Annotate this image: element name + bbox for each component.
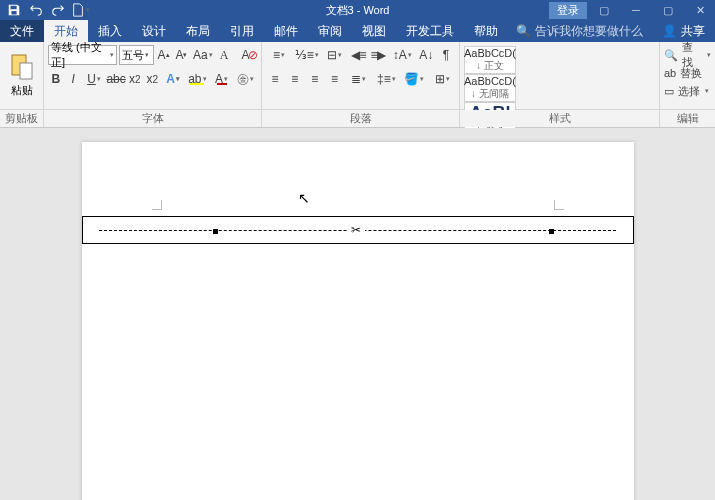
shrink-font-button[interactable]: A▾ <box>173 46 189 64</box>
document-name: 文档3 <box>326 3 354 18</box>
clear-format-button[interactable]: A⊘ <box>234 46 257 64</box>
tab-home[interactable]: 开始 <box>44 20 88 42</box>
strikethrough-button[interactable]: abc <box>107 70 125 88</box>
window-title: 文档3 - Word <box>326 3 390 18</box>
paste-button[interactable]: 粘贴 <box>10 53 34 98</box>
tab-layout[interactable]: 布局 <box>176 20 220 42</box>
document-area[interactable]: ↖ <box>0 128 715 500</box>
bullets-button[interactable]: ≡▾ <box>266 46 292 64</box>
distribute-button[interactable]: ≣▾ <box>346 70 372 88</box>
paste-label: 粘贴 <box>11 83 33 98</box>
cutline-handle-left[interactable] <box>213 229 218 234</box>
group-paragraph: ≡▾ ⅓≡▾ ⊟▾ ◀≡ ≡▶ ↕A▾ A↓ ¶ ≡ ≡ ≡ ≡ ≣▾ ‡≡▾ … <box>262 42 460 109</box>
ribbon: 粘贴 等线 (中文正]▾ 五号▾ A▴ A▾ Aa▾ A A⊘ B I U▾ a… <box>0 42 715 110</box>
cutline-handle-right[interactable] <box>549 229 554 234</box>
align-center-button[interactable]: ≡ <box>286 70 304 88</box>
align-right-button[interactable]: ≡ <box>306 70 324 88</box>
margin-marker-tl <box>152 200 162 210</box>
share-button[interactable]: 👤 共享 <box>652 20 715 42</box>
sort-button[interactable]: A↓ <box>417 46 435 64</box>
page[interactable] <box>82 142 634 500</box>
decrease-indent-button[interactable]: ◀≡ <box>350 46 368 64</box>
font-name-combo[interactable]: 等线 (中文正]▾ <box>48 45 117 65</box>
font-size-combo[interactable]: 五号▾ <box>119 45 153 65</box>
tab-view[interactable]: 视图 <box>352 20 396 42</box>
phonetic-guide-button[interactable]: A <box>216 46 232 64</box>
group-editing: 🔍查找▾ ab替换 ▭选择▾ <box>660 42 715 109</box>
tab-dev[interactable]: 开发工具 <box>396 20 464 42</box>
find-icon: 🔍 <box>664 49 678 62</box>
label-font: 字体 <box>44 110 262 127</box>
tab-references[interactable]: 引用 <box>220 20 264 42</box>
underline-button[interactable]: U▾ <box>83 70 105 88</box>
group-clipboard: 粘贴 <box>0 42 44 109</box>
new-doc-button[interactable]: ▾ <box>70 1 90 19</box>
replace-button[interactable]: ab替换 <box>664 64 711 82</box>
line-spacing-button[interactable]: ‡≡▾ <box>373 70 399 88</box>
tab-insert[interactable]: 插入 <box>88 20 132 42</box>
tab-review[interactable]: 审阅 <box>308 20 352 42</box>
find-button[interactable]: 🔍查找▾ <box>664 46 711 64</box>
italic-button[interactable]: I <box>65 70 80 88</box>
share-label: 共享 <box>681 23 705 40</box>
align-left-button[interactable]: ≡ <box>266 70 284 88</box>
label-editing: 编辑 <box>660 110 715 127</box>
cut-line-shape[interactable] <box>82 216 634 244</box>
label-paragraph: 段落 <box>262 110 460 127</box>
quick-access-toolbar: ▾ <box>0 1 90 19</box>
enclose-char-button[interactable]: ㊎▾ <box>235 70 257 88</box>
ribbon-tabs: 文件 开始 插入 设计 布局 引用 邮件 审阅 视图 开发工具 帮助 🔍 告诉我… <box>0 20 715 42</box>
title-bar: ▾ 文档3 - Word 登录 ▢ ─ ▢ ✕ <box>0 0 715 20</box>
margin-marker-tr <box>554 200 564 210</box>
share-icon: 👤 <box>662 24 677 38</box>
show-marks-button[interactable]: ¶ <box>437 46 455 64</box>
tab-design[interactable]: 设计 <box>132 20 176 42</box>
tab-mail[interactable]: 邮件 <box>264 20 308 42</box>
login-button[interactable]: 登录 <box>549 2 587 19</box>
replace-icon: ab <box>664 67 676 79</box>
shading-button[interactable]: 🪣▾ <box>401 70 427 88</box>
tell-me-search[interactable]: 🔍 告诉我你想要做什么 <box>516 20 643 42</box>
select-button[interactable]: ▭选择▾ <box>664 82 711 100</box>
grow-font-button[interactable]: A▴ <box>156 46 172 64</box>
label-styles: 样式 <box>460 110 660 127</box>
app-name: Word <box>363 4 389 16</box>
group-font: 等线 (中文正]▾ 五号▾ A▴ A▾ Aa▾ A A⊘ B I U▾ abc … <box>44 42 262 109</box>
justify-button[interactable]: ≡ <box>326 70 344 88</box>
superscript-button[interactable]: x2 <box>145 70 160 88</box>
style-normal[interactable]: AaBbCcD( ↓ 正文 <box>464 46 516 74</box>
search-placeholder: 告诉我你想要做什么 <box>535 23 643 40</box>
close-button[interactable]: ✕ <box>685 0 715 20</box>
mouse-cursor-icon: ↖ <box>298 190 310 206</box>
increase-indent-button[interactable]: ≡▶ <box>369 46 387 64</box>
multilevel-list-button[interactable]: ⊟▾ <box>322 46 348 64</box>
ribbon-options-button[interactable]: ▢ <box>589 0 619 20</box>
minimize-button[interactable]: ─ <box>621 0 651 20</box>
ribbon-group-labels: 剪贴板 字体 段落 样式 编辑 <box>0 110 715 128</box>
change-case-button[interactable]: Aa▾ <box>191 46 214 64</box>
style-no-spacing[interactable]: AaBbCcD( ↓ 无间隔 <box>464 74 516 102</box>
search-icon: 🔍 <box>516 24 531 38</box>
group-styles: AaBbCcD( ↓ 正文 AaBbCcD( ↓ 无间隔 AaBl 标题 1 ▴… <box>460 42 660 109</box>
text-effects-button[interactable]: A▾ <box>162 70 184 88</box>
numbering-button[interactable]: ⅓≡▾ <box>294 46 320 64</box>
label-clipboard: 剪贴板 <box>0 110 44 127</box>
svg-rect-1 <box>20 63 32 79</box>
tab-file[interactable]: 文件 <box>0 20 44 42</box>
text-direction-button[interactable]: ↕A▾ <box>389 46 415 64</box>
paste-icon <box>10 53 34 81</box>
subscript-button[interactable]: x2 <box>127 70 142 88</box>
tab-help[interactable]: 帮助 <box>464 20 508 42</box>
highlight-button[interactable]: ab▾ <box>186 70 208 88</box>
borders-button[interactable]: ⊞▾ <box>429 70 455 88</box>
bold-button[interactable]: B <box>48 70 63 88</box>
save-button[interactable] <box>4 1 24 19</box>
redo-button[interactable] <box>48 1 68 19</box>
font-color-button[interactable]: A▾ <box>210 70 232 88</box>
maximize-button[interactable]: ▢ <box>653 0 683 20</box>
undo-button[interactable] <box>26 1 46 19</box>
cut-dashed-line <box>99 230 616 231</box>
select-icon: ▭ <box>664 85 674 98</box>
